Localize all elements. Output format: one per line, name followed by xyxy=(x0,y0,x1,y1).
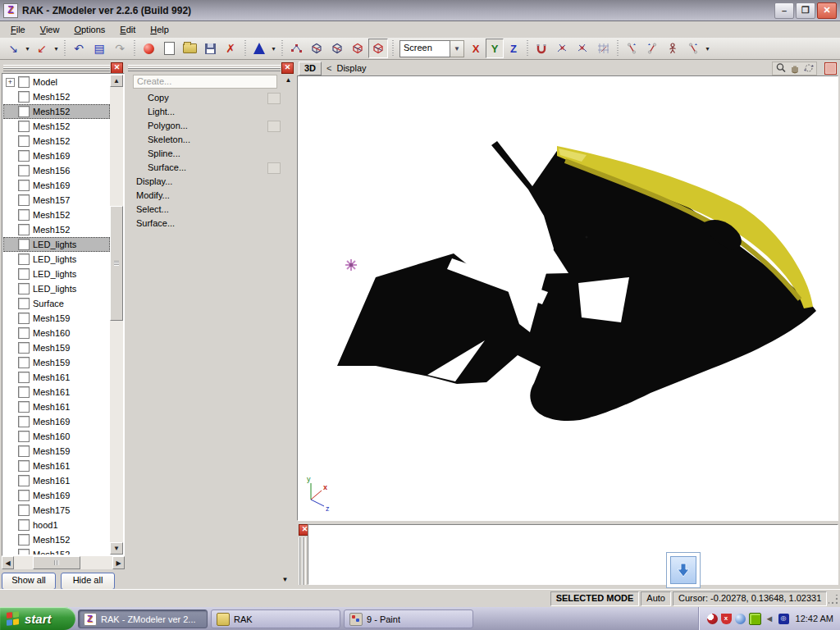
visibility-checkbox[interactable] xyxy=(18,209,30,221)
command-item[interactable]: Spline... xyxy=(126,147,282,161)
undo-button[interactable]: ↶ xyxy=(69,39,89,58)
save-file-button[interactable] xyxy=(200,39,220,58)
expand-output-button[interactable] xyxy=(666,552,701,588)
tree-item[interactable]: + Mesh161 xyxy=(3,459,110,473)
animate-button[interactable] xyxy=(663,39,682,58)
tree-item[interactable]: + LED_lights xyxy=(3,267,110,281)
tree-item[interactable]: + Mesh152 xyxy=(3,119,110,134)
tree-item[interactable]: + Mesh159 xyxy=(3,340,110,355)
viewport-mode-button[interactable]: 3D xyxy=(299,62,322,75)
command-item[interactable]: Modify... xyxy=(126,189,282,203)
bone-move-button[interactable] xyxy=(642,39,662,58)
open-file-button[interactable] xyxy=(180,39,199,58)
bone-add-button[interactable] xyxy=(622,39,641,58)
volume-speaker-icon[interactable]: ◄ xyxy=(765,614,775,624)
browser-swirl-icon[interactable] xyxy=(707,614,718,624)
viewport-canvas[interactable]: y x z xyxy=(297,75,838,521)
security-shield-icon[interactable]: x xyxy=(721,614,732,624)
visibility-checkbox[interactable] xyxy=(18,268,30,280)
command-item[interactable]: Select... xyxy=(126,203,282,217)
visibility-checkbox[interactable] xyxy=(18,534,30,546)
viewport-maximize-button[interactable] xyxy=(824,62,837,75)
visibility-checkbox[interactable] xyxy=(18,401,30,413)
axis-y-button[interactable]: Y xyxy=(486,39,504,58)
visibility-checkbox[interactable] xyxy=(18,490,30,501)
command-item[interactable]: Skeleton... xyxy=(126,133,282,147)
primitive-cone-button[interactable] xyxy=(249,39,269,58)
visibility-checkbox[interactable] xyxy=(18,357,30,368)
polygons-mode-button[interactable] xyxy=(327,39,347,58)
edges-mode-button[interactable] xyxy=(307,39,326,58)
tree-panel-header[interactable]: ✕ xyxy=(2,62,125,73)
tree-item[interactable]: + Mesh159 xyxy=(3,311,110,326)
title-bar[interactable]: Z RAK - ZModeler ver 2.2.6 (Build 992) –… xyxy=(0,0,840,21)
scroll-thumb[interactable] xyxy=(33,556,80,569)
viewport-view-name[interactable]: Display xyxy=(336,63,366,73)
tree-item[interactable]: + Mesh169 xyxy=(3,178,110,193)
command-pin-box[interactable] xyxy=(267,121,281,132)
visibility-checkbox[interactable] xyxy=(18,475,30,486)
tree-item[interactable]: + Mesh159 xyxy=(3,444,110,459)
hide-all-button[interactable]: Hide all xyxy=(61,573,115,590)
visibility-checkbox[interactable] xyxy=(18,76,30,88)
scroll-left-icon[interactable]: ◀ xyxy=(2,556,14,569)
visibility-checkbox[interactable] xyxy=(18,445,30,457)
visibility-checkbox[interactable] xyxy=(18,121,30,132)
tree-item[interactable]: + Mesh175 xyxy=(3,503,110,518)
auto-indicator[interactable]: Auto xyxy=(641,591,671,606)
commands-scroll-up-icon[interactable]: ▲ xyxy=(283,75,294,85)
visibility-checkbox[interactable] xyxy=(18,342,30,354)
menu-item[interactable]: Edit xyxy=(112,23,143,36)
scroll-thumb[interactable] xyxy=(110,206,123,321)
magnet-snap-button[interactable] xyxy=(532,39,551,58)
tree-item[interactable]: + Mesh156 xyxy=(3,163,110,178)
wireless-signal-icon[interactable]: ◎ xyxy=(778,614,789,624)
tree-item[interactable]: + Mesh152 xyxy=(3,547,110,555)
grid-snap-button[interactable] xyxy=(593,39,613,58)
commands-panel-close-icon[interactable]: ✕ xyxy=(281,62,294,74)
scroll-down-icon[interactable]: ▼ xyxy=(110,542,123,555)
tree-item[interactable]: + LED_lights xyxy=(3,237,110,252)
tree-item[interactable]: + Mesh152 xyxy=(3,104,110,119)
weld-vertices-button[interactable] xyxy=(552,39,572,58)
commands-panel-header[interactable]: ✕ xyxy=(126,62,295,73)
taskbar-task[interactable]: 9 - Paint xyxy=(344,609,473,628)
restore-button[interactable]: ❐ xyxy=(796,2,815,19)
visibility-checkbox[interactable] xyxy=(18,386,30,398)
tree-item[interactable]: + Mesh161 xyxy=(3,370,110,385)
axis-z-button[interactable]: Z xyxy=(504,39,523,58)
visibility-checkbox[interactable] xyxy=(18,372,30,383)
tree-item[interactable]: + Mesh169 xyxy=(3,148,110,163)
menu-item[interactable]: Options xyxy=(66,23,112,36)
material-editor-button[interactable] xyxy=(139,39,158,58)
tree-item[interactable]: + Mesh152 xyxy=(3,222,110,237)
command-item[interactable]: Surface... xyxy=(126,161,282,175)
objects-mode-button[interactable] xyxy=(348,39,368,58)
tree-item[interactable]: + hood1 xyxy=(3,518,110,532)
visibility-checkbox[interactable] xyxy=(18,180,30,191)
menu-item[interactable]: File xyxy=(3,23,33,36)
visibility-checkbox[interactable] xyxy=(18,253,30,265)
messenger-icon[interactable] xyxy=(735,614,746,624)
create-command-field[interactable]: Create... xyxy=(133,75,277,89)
visibility-checkbox[interactable] xyxy=(18,549,30,555)
visibility-checkbox[interactable] xyxy=(18,519,30,531)
redo-button[interactable]: ↷ xyxy=(110,39,130,58)
menu-item[interactable]: View xyxy=(33,23,67,36)
visibility-checkbox[interactable] xyxy=(18,239,30,250)
faces-mode-button[interactable] xyxy=(368,39,388,58)
visibility-checkbox[interactable] xyxy=(18,165,30,176)
taskbar-task[interactable]: RAK - ZModeler ver 2... xyxy=(78,609,208,628)
scroll-right-icon[interactable]: ▶ xyxy=(112,556,125,569)
export-button[interactable]: ↙ xyxy=(32,39,52,58)
tree-item[interactable]: + LED_lights xyxy=(3,252,110,267)
view-mode-combo[interactable]: Screen ▼ xyxy=(399,41,464,57)
nvidia-settings-icon[interactable] xyxy=(749,613,761,625)
command-item[interactable]: Light... xyxy=(126,105,282,119)
visibility-checkbox[interactable] xyxy=(18,327,30,339)
start-button[interactable]: start xyxy=(0,607,75,630)
orbit-tool-button[interactable] xyxy=(802,63,815,74)
command-pin-box[interactable] xyxy=(267,162,281,174)
tree-item[interactable]: + Mesh152 xyxy=(3,208,110,222)
import-button[interactable]: ↘ xyxy=(3,39,23,58)
